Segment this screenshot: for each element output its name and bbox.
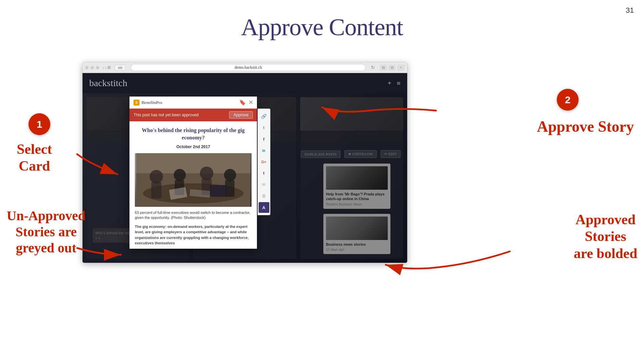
browser-nav: ‹ › ⊞	[103, 65, 111, 70]
page-number: 31	[626, 6, 634, 15]
link-share-icon[interactable]: 🔗	[259, 111, 269, 122]
annotation-unapproved: Un-Approved Stories are greyed out	[7, 208, 86, 256]
browser-action-1[interactable]: ⊡	[380, 65, 387, 71]
article-image-svg	[135, 153, 252, 207]
article-title: Who's behind the rising popularity of th…	[135, 127, 252, 142]
approved-label-2: Stories	[574, 228, 637, 245]
browser-url-bar[interactable]: demo.backstit.ch	[131, 64, 366, 71]
annotation-approved: Approved Stories are bolded	[574, 211, 637, 262]
menu-icon[interactable]: ≡	[397, 79, 400, 87]
source-name: BenefitsPro	[142, 100, 162, 105]
source-icon: B	[133, 100, 140, 106]
browser-forward-icon[interactable]: ›	[105, 65, 106, 70]
browser-refresh-icon[interactable]: ↻	[371, 65, 375, 70]
browser-min-btn[interactable]	[91, 66, 94, 69]
article-date: October 2nd 2017	[135, 144, 252, 149]
app-header: backstitch + ≡	[83, 73, 407, 93]
browser-chrome: ‹ › ⊞ SH demo.backstit.ch ↻ ⊡ ⊡ +	[83, 62, 407, 73]
modal-header: B BenefitsPro 🔖 ✕	[129, 97, 257, 109]
annotation-text-1: Select Card	[17, 141, 52, 175]
browser-back-icon[interactable]: ‹	[103, 65, 104, 70]
annotation-circle-1: 1	[29, 113, 50, 135]
bookmark-icon[interactable]: 🔖	[239, 99, 246, 106]
browser-max-btn[interactable]	[96, 66, 99, 69]
svg-point-9	[224, 169, 236, 181]
app-header-icons: + ≡	[387, 79, 400, 87]
browser-actions: ⊡ ⊡ +	[380, 65, 405, 71]
approval-banner: This post has not yet been approved Appr…	[129, 109, 257, 121]
unapproved-label-3: greyed out	[7, 240, 86, 256]
article-image	[135, 153, 252, 207]
googleplus-share-icon[interactable]: G+	[259, 157, 269, 167]
linkedin-share-icon[interactable]: in	[259, 145, 269, 156]
email-share-icon[interactable]: ✉	[259, 179, 269, 190]
svg-point-3	[150, 170, 163, 183]
modal-body: Who's behind the rising popularity of th…	[129, 121, 257, 249]
article-modal: B BenefitsPro 🔖 ✕ This post has not yet …	[129, 97, 257, 249]
browser-tab[interactable]: SH	[115, 65, 125, 71]
article-caption: 63 percent of full-time executives would…	[135, 210, 252, 221]
app-content: backstitch + ≡	[83, 73, 407, 263]
svg-point-7	[200, 167, 213, 180]
browser-layout-icon[interactable]: ⊞	[107, 65, 111, 70]
page-title: Approve Content	[0, 0, 644, 41]
twitter-share-icon[interactable]: t	[259, 122, 269, 133]
svg-rect-4	[151, 182, 161, 198]
browser-close-btn[interactable]	[85, 66, 89, 69]
add-icon[interactable]: +	[387, 79, 391, 87]
browser-action-3[interactable]: +	[397, 65, 405, 71]
article-image-inner	[135, 153, 252, 207]
modal-header-actions: 🔖 ✕	[239, 99, 253, 106]
article-body: The gig economy: on-demand workers, part…	[135, 224, 252, 246]
annotation-text-2: Approve Story	[537, 117, 634, 136]
browser-action-2[interactable]: ⊡	[388, 65, 396, 71]
browser-window: ‹ › ⊞ SH demo.backstit.ch ↻ ⊡ ⊡ + backst…	[82, 62, 408, 263]
trash-icon[interactable]: 🗑	[259, 191, 269, 201]
approve-button[interactable]: Approve	[229, 111, 253, 119]
annotation-circle-2: 2	[557, 89, 579, 111]
app-logo: backstitch	[89, 78, 127, 88]
modal-side-icons: 🔗 t f in G+ t ✉ 🗑 A	[258, 109, 270, 215]
facebook-share-icon[interactable]: f	[259, 134, 269, 144]
approval-status-text: This post has not yet been approved	[133, 113, 199, 117]
annotation-text-1-line1: Select	[17, 141, 52, 158]
unapproved-label-2: Stories are	[7, 224, 86, 240]
modal-source: B BenefitsPro	[133, 100, 162, 106]
close-icon[interactable]: ✕	[249, 99, 253, 106]
font-size-icon[interactable]: A	[259, 202, 269, 213]
unapproved-label-1: Un-Approved	[7, 208, 86, 224]
svg-point-5	[174, 169, 186, 181]
annotation-text-1-line2: Card	[17, 158, 52, 174]
app-background: DUPLICATE POSTS ★ UNFOLLOW ✏ EDIT Help f…	[83, 93, 407, 263]
approved-label-3: are bolded	[574, 245, 637, 262]
tumblr-share-icon[interactable]: t	[259, 168, 269, 179]
approved-label-1: Approved	[574, 211, 637, 228]
svg-rect-13	[210, 185, 227, 197]
